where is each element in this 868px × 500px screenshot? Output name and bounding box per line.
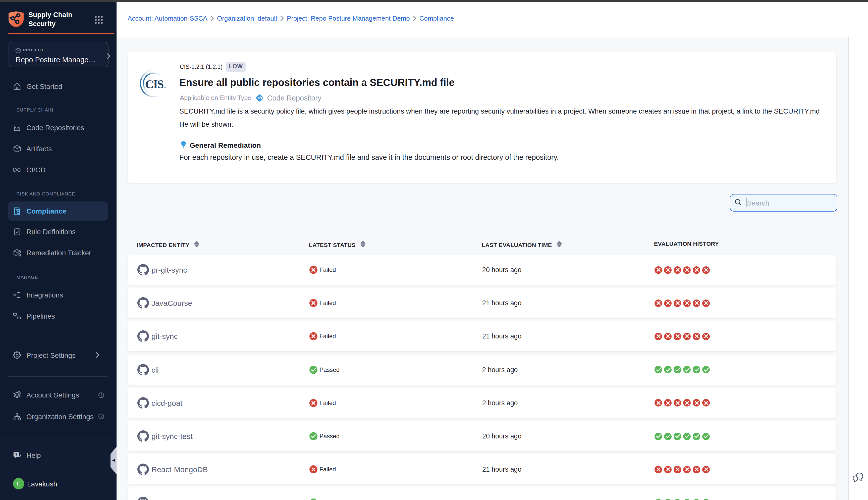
svg-text:CIS: CIS bbox=[145, 78, 163, 91]
svg-text:?: ? bbox=[15, 452, 18, 456]
svg-text:</>: </> bbox=[258, 96, 263, 100]
